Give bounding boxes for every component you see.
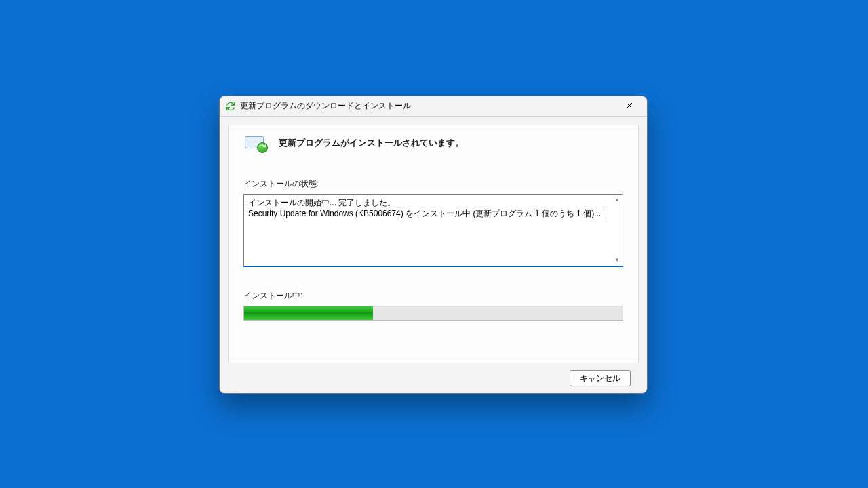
update-box-icon <box>243 135 267 151</box>
progress-fill <box>244 306 373 320</box>
status-textbox[interactable]: インストールの開始中... 完了しました。 Security Update fo… <box>243 194 623 267</box>
status-line: Security Update for Windows (KB5006674) … <box>248 208 612 219</box>
page-heading: 更新プログラムがインストールされています。 <box>279 137 464 149</box>
titlebar[interactable]: 更新プログラムのダウンロードとインストール <box>220 96 647 117</box>
progress-label: インストール中: <box>243 290 623 302</box>
header-row: 更新プログラムがインストールされています。 <box>243 135 623 151</box>
progress-bar <box>243 306 623 321</box>
scroll-down-icon[interactable]: ▼ <box>612 256 622 265</box>
close-button[interactable] <box>616 97 643 116</box>
close-icon <box>626 101 633 111</box>
content-area: 更新プログラムがインストールされています。 インストールの状態: インストールの… <box>220 117 647 393</box>
window-title: 更新プログラムのダウンロードとインストール <box>240 100 616 112</box>
status-label: インストールの状態: <box>243 178 623 190</box>
text-caret <box>604 209 604 218</box>
update-dialog: 更新プログラムのダウンロードとインストール 更新プログラムがインストールされてい… <box>219 96 648 394</box>
status-line: インストールの開始中... 完了しました。 <box>248 197 612 208</box>
update-refresh-icon <box>225 101 236 112</box>
main-panel: 更新プログラムがインストールされています。 インストールの状態: インストールの… <box>228 125 639 363</box>
scroll-up-icon[interactable]: ▲ <box>612 195 622 205</box>
cancel-button[interactable]: キャンセル <box>570 370 631 386</box>
dialog-footer: キャンセル <box>228 363 639 393</box>
